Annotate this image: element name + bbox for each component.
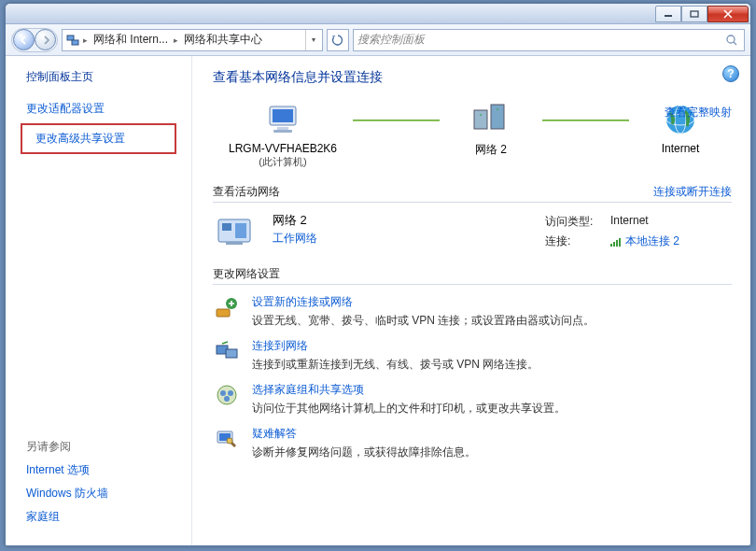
svg-rect-18 [222, 223, 231, 231]
setting-desc: 连接到或重新连接到无线、有线、拨号或 VPN 网络连接。 [252, 357, 539, 373]
breadcrumb-level1[interactable]: 网络和 Intern... [90, 32, 172, 48]
svg-rect-11 [491, 105, 504, 129]
setting-desc: 诊断并修复网络问题，或获得故障排除信息。 [252, 445, 476, 460]
back-button[interactable] [13, 29, 35, 50]
setting-title: 设置新的连接或网络 [252, 294, 595, 310]
connect-disconnect-link[interactable]: 连接或断开连接 [653, 184, 732, 200]
active-network-type[interactable]: 工作网络 [273, 232, 317, 245]
control-panel-window: ▸ 网络和 Intern... ▸ 网络和共享中心 ▾ 搜索控制面板 控制面板主… [5, 3, 751, 546]
content-area: 控制面板主页 更改适配器设置 更改高级共享设置 另请参阅 Internet 选项… [6, 56, 750, 545]
see-also-header: 另请参阅 [19, 435, 187, 459]
change-settings-title: 更改网络设置 [213, 266, 280, 282]
svg-line-5 [734, 42, 736, 45]
troubleshoot-icon [213, 426, 241, 452]
setting-troubleshoot[interactable]: 疑难解答 诊断并修复网络问题，或获得故障排除信息。 [213, 426, 732, 460]
svg-rect-21 [610, 244, 612, 247]
svg-rect-2 [67, 35, 74, 40]
svg-point-30 [220, 390, 226, 396]
chevron-right-icon: ▸ [81, 35, 90, 45]
settings-list: 设置新的连接或网络 设置无线、宽带、拨号、临时或 VPN 连接；或设置路由器或访… [213, 294, 732, 460]
access-type-label: 访问类型: [545, 214, 601, 230]
svg-rect-7 [273, 109, 293, 122]
active-network-block: 网络 2 工作网络 访问类型: Internet 连接: [213, 212, 732, 251]
see-also-section: 另请参阅 Internet 选项 Windows 防火墙 家庭组 [19, 435, 187, 529]
svg-rect-3 [72, 40, 78, 45]
map-node1-sub: (此计算机) [213, 155, 353, 169]
connect-network-icon [213, 338, 241, 364]
svg-point-13 [497, 108, 498, 110]
map-node-network[interactable]: 网络 2 [440, 99, 542, 158]
see-also-homegroup[interactable]: 家庭组 [19, 505, 187, 529]
connection-label: 连接: [545, 233, 601, 249]
sidebar: 控制面板主页 更改适配器设置 更改高级共享设置 另请参阅 Internet 选项… [6, 56, 192, 545]
search-box[interactable]: 搜索控制面板 [353, 29, 745, 51]
plus-connection-icon [213, 294, 241, 320]
map-node-this-computer[interactable]: LRGM-VVFHAEB2K6 (此计算机) [213, 99, 353, 169]
setting-desc: 访问位于其他网络计算机上的文件和打印机，或更改共享设置。 [252, 401, 566, 417]
svg-rect-22 [613, 242, 615, 247]
close-button[interactable] [707, 6, 749, 22]
page-title: 查看基本网络信息并设置连接 [213, 69, 732, 86]
maximize-button[interactable] [681, 6, 707, 22]
svg-rect-24 [619, 238, 621, 247]
change-settings-header: 更改网络设置 [213, 264, 732, 285]
network-icon [64, 32, 81, 49]
chevron-right-icon: ▸ [172, 35, 180, 45]
signal-icon [610, 237, 622, 247]
svg-rect-28 [226, 349, 237, 358]
computer-icon [213, 99, 353, 140]
setting-title: 连接到网络 [252, 338, 539, 354]
svg-rect-8 [277, 127, 288, 130]
main-panel: ? 查看基本网络信息并设置连接 LRGM-VVFHAEB2K6 (此计算机) [192, 56, 750, 545]
sidebar-adapter-settings[interactable]: 更改适配器设置 [13, 98, 184, 120]
sidebar-advanced-sharing[interactable]: 更改高级共享设置 [21, 123, 176, 154]
svg-point-12 [480, 114, 482, 116]
setting-desc: 设置无线、宽带、拨号、临时或 VPN 连接；或设置路由器或访问点。 [252, 313, 595, 329]
svg-rect-20 [226, 242, 243, 245]
network-devices-icon [440, 99, 542, 140]
see-also-firewall[interactable]: Windows 防火墙 [19, 482, 187, 505]
active-networks-title: 查看活动网络 [213, 184, 280, 200]
refresh-button[interactable] [327, 29, 349, 51]
forward-button[interactable] [35, 29, 56, 50]
breadcrumb-level2[interactable]: 网络和共享中心 [180, 32, 266, 48]
view-full-map-link[interactable]: 查看完整映射 [665, 105, 732, 120]
connection-value: 本地连接 2 [625, 233, 679, 249]
svg-rect-26 [217, 309, 230, 317]
map-node2-label: 网络 2 [440, 142, 542, 158]
map-node1-label: LRGM-VVFHAEB2K6 [213, 142, 353, 155]
active-networks-header: 查看活动网络 连接或断开连接 [213, 182, 732, 203]
connection-link[interactable]: 本地连接 2 [610, 233, 679, 249]
svg-rect-23 [616, 240, 618, 247]
address-bar: ▸ 网络和 Intern... ▸ 网络和共享中心 ▾ 搜索控制面板 [6, 24, 750, 56]
active-network-name: 网络 2 [273, 212, 532, 229]
svg-point-31 [228, 390, 233, 396]
svg-rect-0 [665, 15, 672, 17]
titlebar [6, 4, 750, 24]
search-icon [725, 34, 740, 47]
setting-connect-network[interactable]: 连接到网络 连接到或重新连接到无线、有线、拨号或 VPN 网络连接。 [213, 338, 732, 373]
nav-buttons [11, 28, 58, 52]
help-icon[interactable]: ? [722, 65, 739, 82]
see-also-internet-options[interactable]: Internet 选项 [19, 459, 187, 482]
svg-point-4 [727, 35, 735, 43]
svg-rect-19 [235, 223, 246, 238]
homegroup-icon [213, 382, 241, 408]
control-panel-home-link[interactable]: 控制面板主页 [13, 69, 184, 85]
access-type-value: Internet [610, 214, 649, 230]
minimize-button[interactable] [655, 6, 681, 22]
active-network-info: 网络 2 工作网络 [273, 212, 532, 247]
setting-new-connection[interactable]: 设置新的连接或网络 设置无线、宽带、拨号、临时或 VPN 连接；或设置路由器或访… [213, 294, 732, 329]
work-network-icon [213, 212, 259, 251]
svg-point-35 [227, 438, 232, 444]
setting-title: 疑难解答 [252, 426, 476, 442]
breadcrumb[interactable]: ▸ 网络和 Intern... ▸ 网络和共享中心 ▾ [62, 29, 323, 51]
svg-rect-10 [474, 110, 487, 129]
setting-homegroup[interactable]: 选择家庭组和共享选项 访问位于其他网络计算机上的文件和打印机，或更改共享设置。 [213, 382, 732, 417]
svg-point-32 [224, 396, 230, 402]
map-node3-label: Internet [629, 142, 732, 155]
breadcrumb-dropdown[interactable]: ▾ [305, 30, 320, 50]
svg-rect-9 [273, 130, 292, 133]
window-buttons [655, 6, 749, 22]
search-placeholder: 搜索控制面板 [357, 32, 725, 48]
